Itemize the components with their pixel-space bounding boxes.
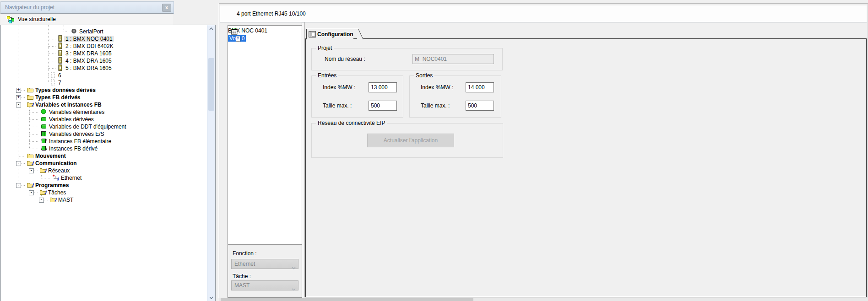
tree-item[interactable]: SerialPort (1, 28, 207, 35)
network-name-label: Nom du réseau : (325, 56, 365, 62)
module-header-title: 4 port Ethernet RJ45 10/100 (237, 5, 306, 22)
tree-item-label: Variables et instances FB (35, 102, 102, 108)
group-title: Projet (316, 45, 334, 51)
module-icon (57, 57, 65, 64)
tree-item[interactable]: -Réseaux (1, 167, 207, 174)
channel-node[interactable]: Voie 0 (228, 35, 302, 43)
tree-item[interactable]: -MAST (1, 196, 207, 204)
bmx-module-icon (231, 28, 239, 35)
tree-item[interactable]: Variables de DDT d'équipement (1, 123, 207, 130)
expand-toggle[interactable]: + (16, 88, 21, 93)
tree-item-label: Ethernet (61, 175, 81, 181)
tree-item-label: 6 (58, 72, 61, 79)
tree-item-label: Instances FB élémentaire (49, 138, 111, 145)
horizontal-scrollbar[interactable] (219, 298, 868, 301)
tree-item-label: Communication (35, 160, 77, 167)
structure-view-icon (6, 16, 14, 25)
panel-titlebar: Navigateur du projet x (0, 1, 174, 14)
tree-item-label: MAST (58, 197, 73, 203)
task-select: MAST (231, 280, 298, 290)
tree-item[interactable]: -Variables et instances FB (1, 101, 207, 108)
folder-open-icon (39, 189, 47, 196)
entrees-size-field[interactable] (369, 101, 397, 111)
tree-item[interactable]: 4 : BMX DRA 1605 (1, 57, 207, 64)
tree-item[interactable]: +Types FB dérivés (1, 94, 207, 101)
expand-toggle[interactable]: - (29, 190, 34, 195)
tree-item[interactable]: Variables élémentaires (1, 108, 207, 116)
folder-open-icon (27, 160, 34, 167)
folder-open-icon (49, 196, 57, 203)
project-tree: SerialPort1 : BMX NOC 04012 : BMX DDI 64… (0, 25, 216, 301)
channel-doc-icon (235, 36, 243, 43)
group-entrees: Entrées Index %MW : Taille max. : (311, 75, 403, 118)
tree-item[interactable]: Ethernet (1, 174, 207, 182)
green-cube-icon (40, 123, 48, 130)
project-navigator-panel: Navigateur du projet x Vue structurelle … (0, 0, 217, 301)
panel-splitter[interactable] (302, 22, 304, 297)
empty-slot-icon (49, 79, 57, 86)
tree-item[interactable]: Instances FB élémentaire (1, 138, 207, 145)
function-select: Ethernet (231, 259, 298, 269)
tree-item[interactable]: Instances FB dérivé (1, 145, 207, 152)
expand-toggle[interactable]: + (16, 95, 21, 100)
group-title: Réseau de connectivité EIP (316, 120, 387, 126)
tree-item[interactable]: 7 (1, 79, 207, 86)
module-icon (57, 64, 65, 71)
sorties-size-label: Taille max. : (421, 102, 450, 109)
module-icon (57, 35, 65, 42)
module-header: 4 port Ethernet RJ45 10/100 (220, 5, 867, 22)
close-icon[interactable]: x (162, 4, 171, 12)
tree-item[interactable]: -Programmes (1, 182, 207, 189)
tree-item[interactable]: 2 : BMX DDI 6402K (1, 43, 207, 50)
expand-toggle[interactable]: - (16, 183, 21, 188)
expand-toggle[interactable]: - (16, 102, 21, 108)
tree-item-label: Instances FB dérivé (49, 145, 98, 152)
tree-item[interactable]: 6 (1, 72, 207, 79)
folder-icon (27, 86, 34, 93)
tree-item-label: 1 : BMX NOC 0401 (64, 36, 114, 42)
device-node[interactable]: BMX NOC 0401 (228, 27, 302, 35)
tree-item[interactable]: Variables dérivées (1, 116, 207, 123)
tree-scrollbar[interactable] (207, 25, 215, 301)
chip-icon (40, 138, 48, 145)
structural-view-label: Vue structurelle (18, 14, 56, 25)
tree-item[interactable]: 3 : BMX DRA 1605 (1, 50, 207, 57)
tree-item-label: Réseaux (48, 167, 70, 174)
tree-item-label: Mouvement (35, 153, 66, 159)
tree-item[interactable]: 5 : BMX DRA 1605 (1, 64, 207, 72)
scrollbar-thumb[interactable] (221, 298, 473, 301)
entrees-index-label: Index %MW : (323, 84, 355, 91)
expand-toggle[interactable]: - (39, 198, 44, 203)
tree-item[interactable]: -Communication (1, 160, 207, 167)
structural-view-bar[interactable]: Vue structurelle (0, 13, 173, 25)
tree-item[interactable]: +Types données dérivés (1, 86, 207, 94)
group-projet: Projet Nom du réseau : (311, 48, 503, 70)
green-cube-icon (40, 116, 48, 123)
panel-title: Navigateur du projet (5, 2, 54, 13)
module-icon (57, 50, 65, 57)
tree-item-label: Variables de DDT d'équipement (49, 124, 126, 130)
folder-icon (27, 152, 34, 159)
entrees-index-field[interactable] (369, 82, 397, 92)
scroll-up-icon[interactable] (207, 25, 215, 32)
function-label: Fonction : (233, 250, 257, 257)
tree-item[interactable]: Variables dérivées E/S (1, 130, 207, 138)
tree-item-label: SerialPort (79, 28, 103, 35)
sorties-size-field[interactable] (466, 101, 494, 111)
tree-item[interactable]: -Tâches (1, 189, 207, 196)
module-icon (57, 43, 65, 49)
tab-label: Configuration (317, 31, 353, 38)
folder-open-icon (39, 167, 47, 174)
scrollbar-thumb[interactable] (208, 58, 214, 111)
function-value: Ethernet (234, 261, 255, 267)
folder-icon (27, 94, 34, 101)
expand-toggle[interactable]: - (29, 168, 34, 173)
sorties-index-field[interactable] (466, 82, 494, 92)
scroll-down-icon[interactable] (207, 294, 215, 301)
tree-item[interactable]: Mouvement (1, 152, 207, 160)
network-name-field (412, 54, 494, 64)
tree-item[interactable]: 1 : BMX NOC 0401 (1, 35, 207, 43)
tab-configuration[interactable]: Configuration (306, 29, 353, 39)
expand-toggle[interactable]: - (16, 161, 21, 166)
chevron-down-icon (292, 263, 296, 273)
